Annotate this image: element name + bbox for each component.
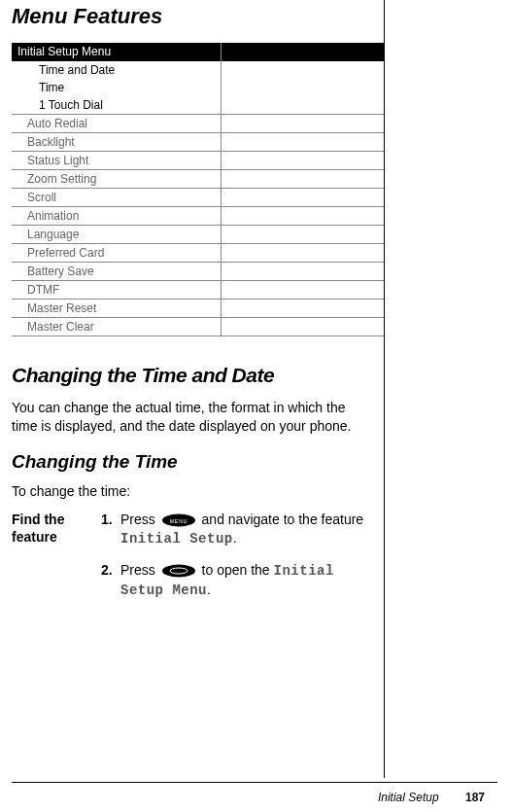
menu-row: Preferred Card	[12, 243, 384, 262]
menu-row: Auto Redial	[12, 114, 384, 132]
step-1: 1. Press MENU and navigate to the featur…	[101, 511, 369, 549]
body-text: You can change the actual time, the form…	[12, 399, 369, 436]
svg-text:MENU: MENU	[169, 517, 188, 523]
step-text: .	[207, 582, 211, 597]
subsection-heading-time: Changing the Time	[12, 451, 369, 473]
steps-label: Find the feature	[12, 511, 101, 613]
step-text: .	[233, 530, 237, 546]
menu-key-icon: MENU	[161, 513, 196, 527]
menu-row: Master Reset	[12, 299, 384, 317]
menu-row: DTMF	[12, 280, 384, 299]
footer-section: Initial Setup	[378, 791, 439, 804]
page-number: 187	[465, 791, 485, 804]
menu-row: Animation	[12, 206, 384, 225]
svg-point-3	[170, 568, 188, 574]
feature-name: Initial Setup	[120, 531, 233, 547]
step-text: Press	[120, 512, 159, 527]
menu-row: Zoom Setting	[12, 169, 384, 188]
body-text: To change the time:	[12, 482, 369, 501]
step-text: Press	[120, 562, 159, 578]
menu-row: Backlight	[12, 132, 384, 151]
menu-sub-item: 1 Touch Dial	[12, 96, 221, 114]
menu-table: Initial Setup Menu Time and Date Time 1 …	[12, 43, 384, 336]
menu-row: Master Clear	[12, 317, 384, 336]
vertical-rule	[384, 0, 385, 778]
select-key-icon	[161, 564, 196, 578]
menu-header: Initial Setup Menu	[12, 43, 221, 61]
step-number: 1.	[101, 511, 120, 549]
menu-row: Battery Save	[12, 262, 384, 280]
page-title: Menu Features	[12, 0, 369, 43]
menu-row: Language	[12, 225, 384, 243]
step-2: 2. Press to open the Initial Setup Menu.	[101, 561, 369, 601]
section-heading-time-date: Changing the Time and Date	[12, 364, 369, 387]
page-footer: Initial Setup 187	[378, 791, 485, 804]
step-number: 2.	[101, 561, 120, 601]
menu-sub-item: Time and Date	[12, 61, 221, 79]
menu-row: Scroll	[12, 188, 384, 206]
step-text: to open the	[198, 562, 274, 578]
step-text: and navigate to the feature	[198, 512, 363, 527]
menu-row: Status Light	[12, 151, 384, 169]
menu-sub-item: Time	[12, 79, 221, 96]
footer-rule	[12, 782, 497, 783]
steps-block: Find the feature 1. Press MENU and navig…	[12, 511, 369, 613]
menu-header-right	[222, 43, 384, 61]
